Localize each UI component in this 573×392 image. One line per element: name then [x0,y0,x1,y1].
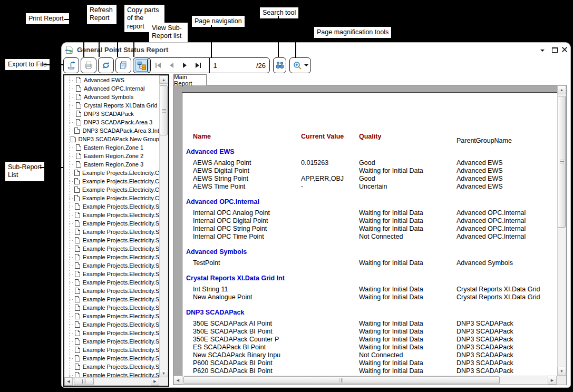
dropdown-caret-icon[interactable] [304,64,308,66]
tree-branch [69,97,75,97]
report-row: Internal OPC Digital PointWaiting for In… [193,217,557,225]
tree-item[interactable]: Example Projects.Electricity.S [64,219,159,228]
tree-item[interactable]: Crystal Reports XI.Data Grid [64,101,159,110]
tree-item[interactable]: Eastern Region.Zone 3 [64,160,159,169]
connector-line [133,41,134,57]
page-navigation-group: 1 /26 [147,57,270,73]
pin-caret-icon[interactable] [540,50,545,52]
scroll-down-arrow[interactable]: ▼ [557,367,566,376]
report-cell-parent: DNP3 SCADAPack [457,320,557,328]
tree-item[interactable]: Example Projects.Electricity.S [64,303,159,312]
tree-item[interactable]: Example Projects.Electricity.C [64,185,159,194]
tree-item[interactable]: Example Projects.Electricity.S [64,261,159,270]
report-cell-parent: DNP3 SCADAPack [457,351,557,359]
print-button[interactable] [81,57,96,73]
document-icon [75,254,80,260]
report-cell-quality: Good [359,175,457,183]
zoom-button[interactable] [289,57,311,73]
tree-item[interactable]: Example Projects.Electricity.S [64,329,159,337]
scroll-right-arrow[interactable]: ▶ [548,376,557,385]
maximize-icon[interactable] [552,47,558,53]
scrollbar-thumb[interactable] [558,96,566,228]
report-row: P620 SCADAPack BI PointWaiting for Initi… [193,367,557,375]
report-cell-parent: Advanced EWS [457,183,557,191]
tab-main-report[interactable]: Main Report [173,74,207,85]
previous-page-button[interactable] [170,63,173,68]
report-cell-name: New Analogue Point [193,293,301,301]
tree-item-label: Advanced EWS [84,77,124,83]
scroll-up-arrow[interactable]: ▲ [557,85,566,94]
tree-item[interactable]: DNP3 SCADAPack [64,110,159,118]
report-cell-quality: Waiting for Initial Data [359,286,457,293]
scrollbar-thumb[interactable] [160,85,168,135]
document-icon [74,128,80,134]
tree-item[interactable]: Example Projects.Electricity.S [64,362,159,371]
next-page-button[interactable] [183,63,187,68]
refresh-button[interactable] [98,57,114,73]
tree-item[interactable]: Example Projects.Electricity.S [64,354,159,362]
tree-item[interactable]: DNP3 SCADAPack.Area 3.Int [64,126,159,135]
tree-item[interactable]: Example Projects.Electricity.S [64,253,159,261]
tree-item[interactable]: Example Projects.Electricity.S [64,244,159,253]
tree-item[interactable]: DNP3 SCADAPack.New Group [64,135,159,143]
report-cell-value [301,336,359,344]
tree-item[interactable]: Example Projects.Electricity.S [64,287,159,295]
report-cell-name: Internal OPC Analog Point [193,209,301,217]
report-cell-parent: Advanced EWS [457,175,557,183]
page-number-input[interactable]: 1 [210,62,256,70]
tree-item[interactable]: Example Projects.Electricity.S [64,346,159,354]
report-column-headers: Name Current Value Quality ParentGroupNa… [193,133,557,141]
tree-item[interactable]: Example Projects.Electricity.S [64,202,159,211]
report-cell-parent: Advanced EWS [457,159,557,167]
report-cell-parent: Crystal Reports XI.Data Grid [457,286,557,293]
first-page-button[interactable] [156,63,161,68]
tree-item[interactable]: Advanced EWS [64,76,159,84]
scroll-left-arrow[interactable]: ◀ [173,376,182,385]
copy-icon [118,60,129,71]
search-button[interactable] [273,57,286,73]
scroll-left-arrow[interactable]: ◀ [64,377,73,386]
tree-item[interactable]: Example Projects.Electricity.S [64,337,159,346]
document-icon [76,94,81,100]
tree-item[interactable]: Example Projects.Electricity.S [64,278,159,287]
tree-item[interactable]: Example Projects.Electricity.S [64,371,159,377]
tree-item[interactable]: Example Projects.Electricity.S [64,320,159,329]
tree-item[interactable]: Example Projects.Electricity.S [64,228,159,236]
tree-item-label: Example Projects.Electricity.S [83,271,159,277]
tree-item[interactable]: Example Projects.Electricity.S [64,270,159,278]
tree-item[interactable]: Example Projects.Electricity.S [64,236,159,244]
title-bar[interactable]: General Point Status Report [62,43,570,56]
tree-item[interactable]: Advanced OPC.Internal [64,84,159,93]
last-page-button[interactable] [196,63,201,68]
report-cell-value [301,367,359,375]
column-header-current-value: Current Value [301,133,359,141]
tree-item[interactable]: Example Projects.Electricity.S [64,312,159,320]
tree-item[interactable]: Example Projects.Electricity.C [64,194,159,202]
scrollbar-thumb[interactable] [74,378,94,385]
export-button[interactable] [63,57,79,73]
document-icon [76,85,81,92]
scroll-right-arrow[interactable]: ▶ [151,377,159,386]
report-row: New SCADAPack Binary InpuNot ConnectedDN… [193,351,557,359]
document-icon [75,330,80,336]
tree-item[interactable]: Example Projects.Electricity.C [64,177,159,185]
tree-branch [69,358,74,359]
close-icon[interactable] [561,46,568,53]
copy-button[interactable] [115,57,131,73]
scrollbar-thumb[interactable] [183,376,500,384]
tree-item[interactable]: Advanced Symbols [64,93,159,101]
scroll-up-arrow[interactable]: ▲ [159,75,168,84]
tree-item[interactable]: Example Projects.Electricity.C [64,169,159,177]
document-icon [75,355,80,361]
tree-item[interactable]: Eastern Region.Zone 2 [64,152,159,160]
report-cell-parent: DNP3 SCADAPack [457,328,557,336]
tree-item[interactable]: Eastern Region.Zone 1 [64,143,159,152]
tree-item[interactable]: Example Projects.Electricity.S [64,211,159,219]
scroll-down-arrow[interactable]: ▼ [159,369,168,377]
tree-item[interactable]: DNP3 SCADAPack.Area 3 [64,118,159,126]
tree-item[interactable]: Example Projects.Electricity.S [64,295,159,303]
report-cell-parent: Advanced OPC.Internal [457,233,557,241]
tree-branch [69,173,73,173]
report-cell-parent: Advanced EWS [457,167,557,175]
connector-line [99,24,100,57]
